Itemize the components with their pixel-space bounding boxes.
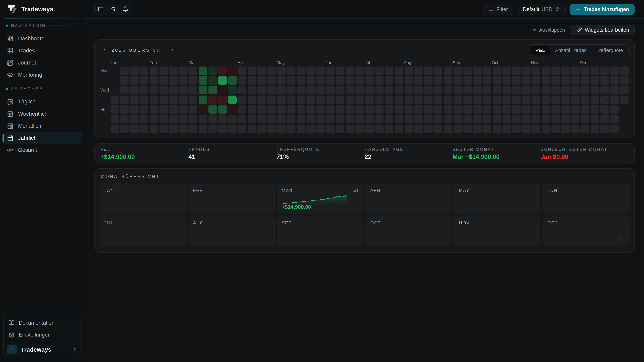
heatmap-day-cell[interactable]: [502, 115, 511, 123]
heatmap-day-cell[interactable]: [512, 95, 521, 104]
heatmap-day-cell[interactable]: [473, 95, 482, 104]
heatmap-day-cell[interactable]: [336, 105, 344, 114]
heatmap-day-cell[interactable]: [306, 105, 315, 114]
heatmap-day-cell[interactable]: [463, 95, 472, 104]
heatmap-day-cell[interactable]: [375, 124, 384, 133]
heatmap-day-cell[interactable]: [160, 95, 168, 104]
heatmap-day-cell[interactable]: [297, 124, 305, 133]
heatmap-day-cell[interactable]: [365, 76, 374, 84]
heatmap-day-cell[interactable]: [571, 124, 580, 133]
heatmap-day-cell[interactable]: [620, 76, 628, 84]
heatmap-day-cell[interactable]: [394, 86, 403, 94]
filter-button[interactable]: Filter: [483, 4, 514, 15]
heatmap-day-cell[interactable]: [198, 76, 207, 84]
heatmap-day-cell[interactable]: [179, 66, 188, 75]
heatmap-day-cell[interactable]: [140, 66, 148, 75]
heatmap-day-cell[interactable]: [120, 95, 129, 104]
heatmap-day-cell[interactable]: [297, 86, 305, 94]
heatmap-day-cell[interactable]: [424, 86, 433, 94]
heatmap-day-cell[interactable]: [316, 86, 325, 94]
heatmap-day-cell[interactable]: [297, 105, 305, 114]
app-logo[interactable]: Tradeways: [0, 0, 85, 18]
heatmap-day-cell[interactable]: [130, 115, 138, 123]
heatmap-day-cell[interactable]: [385, 95, 394, 104]
heatmap-day-cell[interactable]: [316, 95, 325, 104]
heatmap-day-cell[interactable]: [542, 115, 550, 123]
heatmap-day-cell[interactable]: [493, 95, 501, 104]
heatmap-day-cell[interactable]: [287, 66, 295, 75]
heatmap-day-cell[interactable]: [316, 105, 325, 114]
heatmap-day-cell[interactable]: [160, 105, 168, 114]
heatmap-day-cell[interactable]: [375, 95, 384, 104]
heatmap-day-cell[interactable]: [297, 76, 305, 84]
heatmap-day-cell[interactable]: [561, 76, 570, 84]
sidebar-item-wöchentlich[interactable]: Wöchentlich: [2, 108, 82, 120]
heatmap-day-cell[interactable]: [287, 95, 295, 104]
heatmap-day-cell[interactable]: [424, 95, 433, 104]
heatmap-day-cell[interactable]: [532, 76, 540, 84]
heatmap-day-cell[interactable]: [238, 66, 246, 75]
heatmap-day-cell[interactable]: [512, 66, 521, 75]
heatmap-day-cell[interactable]: [454, 115, 462, 123]
heatmap-day-cell[interactable]: [502, 95, 511, 104]
heatmap-day-cell[interactable]: [581, 66, 590, 75]
heatmap-day-cell[interactable]: [532, 66, 540, 75]
heatmap-day-cell[interactable]: [336, 86, 344, 94]
heatmap-day-cell[interactable]: [473, 105, 482, 114]
heatmap-day-cell[interactable]: [140, 105, 148, 114]
heatmap-day-cell[interactable]: [581, 124, 590, 133]
heatmap-day-cell[interactable]: [208, 76, 217, 84]
heatmap-day-cell[interactable]: [130, 124, 138, 133]
heatmap-day-cell[interactable]: [365, 86, 374, 94]
sidebar-item-gesamt[interactable]: Gesamt: [2, 144, 82, 156]
sidebar-item-jährlich[interactable]: Jährlich: [2, 132, 82, 144]
heatmap-day-cell[interactable]: [130, 86, 138, 94]
heatmap-day-cell[interactable]: [110, 95, 119, 104]
heatmap-day-cell[interactable]: [394, 95, 403, 104]
heatmap-day-cell[interactable]: [404, 76, 413, 84]
heatmap-day-cell[interactable]: [355, 105, 364, 114]
heatmap-day-cell[interactable]: [404, 105, 413, 114]
heatmap-day-cell[interactable]: [414, 124, 423, 133]
heatmap-day-cell[interactable]: [414, 76, 423, 84]
heatmap-day-cell[interactable]: [198, 115, 207, 123]
heatmap-day-cell[interactable]: [218, 95, 227, 104]
heatmap-day-cell[interactable]: [277, 105, 286, 114]
heatmap-day-cell[interactable]: [375, 66, 384, 75]
heatmap-day-cell[interactable]: [326, 115, 334, 123]
heatmap-day-cell[interactable]: [434, 105, 442, 114]
heatmap-day-cell[interactable]: [228, 76, 237, 84]
heatmap-day-cell[interactable]: [267, 86, 276, 94]
heatmap-day-cell[interactable]: [493, 115, 501, 123]
heatmap-day-cell[interactable]: [532, 124, 540, 133]
heatmap-day-cell[interactable]: [336, 66, 344, 75]
prev-year-button[interactable]: [102, 48, 107, 53]
heatmap-day-cell[interactable]: [189, 76, 198, 84]
tab-p-l[interactable]: P&L: [531, 46, 550, 55]
heatmap-day-cell[interactable]: [552, 86, 560, 94]
heatmap-day-cell[interactable]: [591, 95, 599, 104]
heatmap-day-cell[interactable]: [571, 86, 580, 94]
heatmap-day-cell[interactable]: [385, 115, 394, 123]
heatmap-day-cell[interactable]: [610, 105, 619, 114]
heatmap-day-cell[interactable]: [336, 76, 344, 84]
heatmap-day-cell[interactable]: [493, 66, 501, 75]
heatmap-day-cell[interactable]: [424, 115, 433, 123]
heatmap-day-cell[interactable]: [346, 66, 354, 75]
heatmap-day-cell[interactable]: [160, 66, 168, 75]
heatmap-day-cell[interactable]: [434, 95, 442, 104]
heatmap-day-cell[interactable]: [238, 86, 246, 94]
heatmap-day-cell[interactable]: [571, 95, 580, 104]
tab-anzahl-trades[interactable]: Anzahl Trades: [550, 46, 591, 55]
heatmap-day-cell[interactable]: [502, 124, 511, 133]
heatmap-day-cell[interactable]: [130, 66, 138, 75]
heatmap-day-cell[interactable]: [198, 66, 207, 75]
heatmap-day-cell[interactable]: [267, 115, 276, 123]
notifications-button[interactable]: [119, 3, 132, 15]
heatmap-day-cell[interactable]: [248, 66, 256, 75]
heatmap-day-cell[interactable]: [532, 105, 540, 114]
heatmap-day-cell[interactable]: [189, 105, 198, 114]
heatmap-day-cell[interactable]: [169, 76, 178, 84]
heatmap-day-cell[interactable]: [591, 66, 599, 75]
heatmap-day-cell[interactable]: [189, 115, 198, 123]
